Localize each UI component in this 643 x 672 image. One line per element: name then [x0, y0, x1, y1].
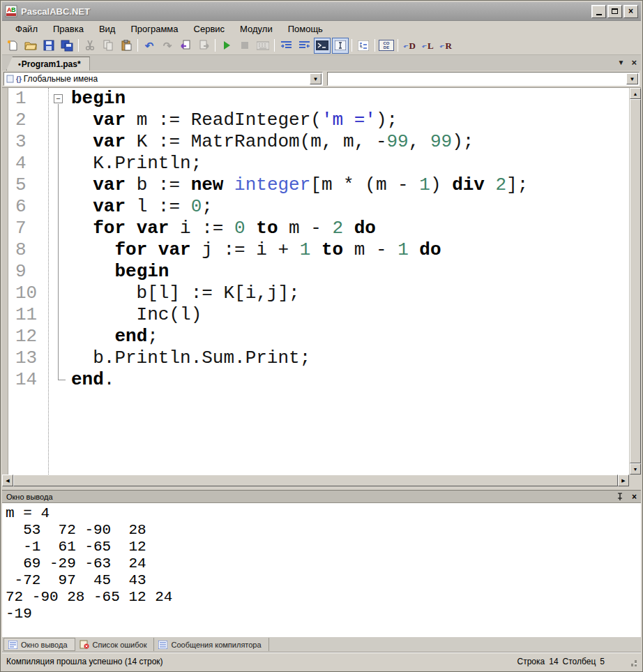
editor-margin-strip	[2, 88, 8, 475]
scope-combobox[interactable]: {} Глобальные имена ▼	[3, 72, 323, 86]
pin-icon[interactable]	[616, 492, 623, 502]
menu-view[interactable]: Вид	[91, 22, 123, 36]
fold-collapse-icon[interactable]: −	[54, 94, 63, 103]
run-button[interactable]	[218, 38, 235, 54]
code-line[interactable]: for var i := 0 to m - 2 do	[71, 218, 629, 239]
code-line[interactable]: var K := MatrRandom(m, m, -99, 99);	[71, 131, 629, 153]
tab-list-dropdown[interactable]: ▼	[618, 59, 625, 66]
code-templates-button[interactable]: CO DE	[378, 38, 395, 54]
copy-icon	[103, 40, 114, 51]
line-number: 5	[15, 174, 48, 196]
outdent-button[interactable]	[296, 38, 312, 54]
window-title: PascalABC.NET	[21, 6, 591, 17]
code-line[interactable]: K.Println;	[71, 153, 629, 174]
toolbar-separator	[215, 39, 215, 52]
find-references-button[interactable]: ⬐R	[437, 38, 454, 54]
save-button[interactable]	[40, 38, 57, 54]
goto-definition-button[interactable]: ⬐D	[401, 38, 418, 54]
minimize-icon	[596, 14, 602, 15]
save-all-button[interactable]	[59, 38, 75, 54]
outline-icon	[358, 40, 369, 51]
members-dropdown-arrow[interactable]: ▼	[626, 73, 638, 84]
scope-dropdown-arrow[interactable]: ▼	[310, 73, 322, 84]
code-editor[interactable]: 1234567891011121314 − begin var m := Rea…	[2, 87, 641, 475]
editor-vertical-scrollbar[interactable]: ▲ ▼	[629, 88, 641, 475]
menu-service[interactable]: Сервис	[186, 22, 233, 36]
paste-button[interactable]	[118, 38, 135, 54]
toolbar-separator	[78, 39, 79, 52]
scope-label: Глобальные имена	[24, 74, 98, 84]
new-file-icon	[7, 40, 19, 52]
editor-horizontal-scrollbar[interactable]: ◀ ▶	[2, 475, 641, 486]
horizontal-scroll-thumb[interactable]	[13, 475, 618, 486]
keyboard-input-button[interactable]	[255, 38, 271, 54]
keyboard-icon	[257, 41, 269, 50]
output-close-button[interactable]: ×	[632, 492, 637, 502]
copy-button[interactable]	[100, 38, 116, 54]
goto-declaration-button[interactable]: ⬐L	[419, 38, 436, 54]
scroll-down-button[interactable]: ▼	[630, 463, 641, 475]
code-line[interactable]: for var j := i + 1 to m - 1 do	[71, 239, 629, 261]
tab-close-button[interactable]: ×	[631, 58, 637, 67]
toolbar-separator	[351, 39, 352, 52]
tab-compiler-messages[interactable]: Сообщения компилятора	[154, 638, 268, 651]
menu-help[interactable]: Помощь	[280, 22, 331, 36]
redo-icon: ↷	[163, 40, 172, 51]
code-line[interactable]: var l := 0;	[71, 196, 629, 218]
console-window-toggle[interactable]	[314, 38, 331, 54]
code-line[interactable]: end;	[71, 326, 629, 348]
statusbar: Компиляция прошла успешно (14 строк) Стр…	[2, 652, 641, 670]
menu-edit[interactable]: Правка	[45, 22, 91, 36]
tab-program1[interactable]: • Program1.pas*	[6, 57, 90, 70]
indent-icon	[280, 40, 292, 50]
open-file-button[interactable]	[22, 38, 39, 54]
toolbar-separator	[137, 39, 138, 52]
line-number: 14	[15, 369, 48, 391]
code-icon: CO DE	[379, 40, 394, 51]
undo-button[interactable]: ↶	[141, 38, 158, 54]
run-icon	[222, 40, 232, 50]
text-window-toggle[interactable]	[332, 38, 349, 54]
scroll-right-button[interactable]: ▶	[618, 475, 629, 486]
code-line[interactable]: begin	[71, 261, 629, 283]
new-file-button[interactable]	[4, 38, 21, 54]
menu-file[interactable]: Файл	[8, 22, 45, 36]
minimize-button[interactable]	[591, 5, 606, 18]
close-button[interactable]: ×	[623, 5, 638, 18]
navigate-back-button[interactable]	[177, 38, 194, 54]
menu-program[interactable]: Программа	[123, 22, 186, 36]
output-window-icon	[8, 641, 17, 649]
stop-button[interactable]	[236, 38, 253, 54]
code-line[interactable]: var m := ReadInteger('m =');	[71, 110, 629, 131]
scroll-up-button[interactable]: ▲	[630, 88, 641, 99]
tab-output-window[interactable]: Окно вывода	[3, 638, 75, 651]
members-combobox[interactable]: ▼	[327, 72, 640, 86]
code-line[interactable]: end.	[71, 369, 629, 391]
tab-error-list[interactable]: Список ошибок	[75, 638, 155, 651]
code-line[interactable]: begin	[71, 88, 629, 110]
titlebar[interactable]: AB PascalABC.NET ×	[2, 2, 641, 21]
code-area[interactable]: − begin var m := ReadInteger('m ='); var…	[49, 88, 629, 475]
menubar: Файл Правка Вид Программа Сервис Модули …	[2, 21, 641, 36]
maximize-button[interactable]	[607, 5, 622, 18]
code-line[interactable]: var b := new integer[m * (m - 1) div 2];	[71, 174, 629, 196]
resize-grip[interactable]	[628, 659, 637, 668]
code-lines: begin var m := ReadInteger('m ='); var K…	[49, 88, 629, 391]
error-list-icon	[80, 640, 89, 649]
line-number: 10	[15, 283, 48, 304]
code-line[interactable]: Inc(l)	[71, 304, 629, 326]
cut-button[interactable]	[82, 38, 98, 54]
braces-icon: {}	[16, 75, 22, 83]
outline-button[interactable]	[355, 38, 372, 54]
navigate-forward-button[interactable]	[195, 38, 212, 54]
redo-button[interactable]: ↷	[159, 38, 176, 54]
output-panel-header[interactable]: Окно вывода ×	[2, 490, 641, 502]
menu-modules[interactable]: Модули	[232, 22, 280, 36]
code-line[interactable]: b.Println.Sum.Print;	[71, 348, 629, 369]
definition-letter-icon: D	[409, 41, 416, 50]
indent-button[interactable]	[278, 38, 294, 54]
vertical-scroll-thumb[interactable]	[630, 99, 641, 463]
scroll-left-button[interactable]: ◀	[2, 475, 13, 486]
compiler-messages-icon	[158, 641, 167, 649]
code-line[interactable]: b[l] := K[i,j];	[71, 283, 629, 304]
